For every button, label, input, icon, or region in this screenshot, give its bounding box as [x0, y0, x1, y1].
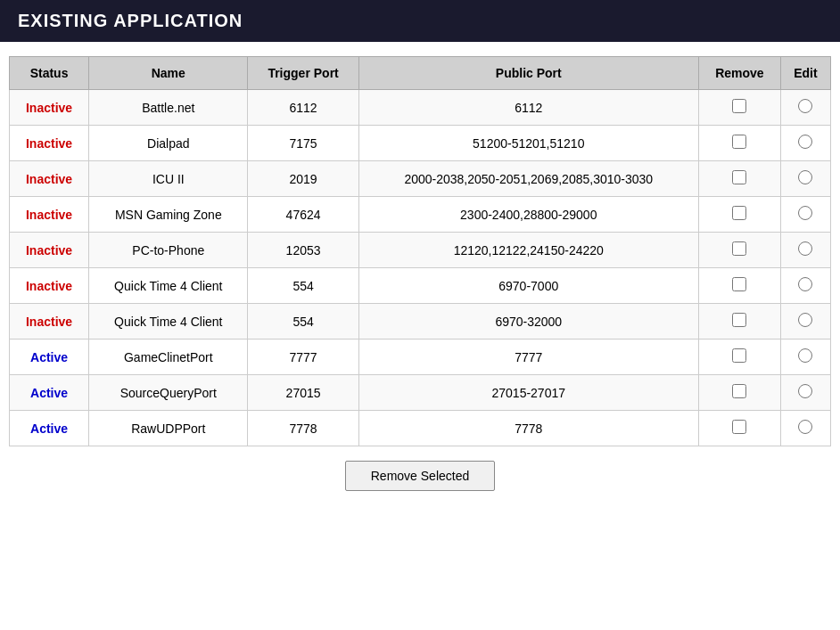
cell-name: Battle.net	[89, 90, 248, 126]
cell-public-port: 6970-32000	[358, 304, 698, 340]
cell-remove	[698, 268, 780, 304]
status-badge: Active	[30, 386, 68, 400]
cell-name: ICU II	[89, 161, 248, 197]
edit-radio[interactable]	[798, 313, 812, 327]
cell-remove	[698, 161, 780, 197]
cell-edit	[780, 268, 830, 304]
table-header-row: Status Name Trigger Port Public Port Rem…	[10, 57, 831, 90]
table-row: InactiveBattle.net61126112	[10, 90, 831, 126]
remove-checkbox[interactable]	[732, 170, 746, 184]
cell-status: Active	[10, 340, 89, 375]
col-header-edit: Edit	[780, 57, 830, 90]
cell-public-port: 51200-51201,51210	[358, 126, 698, 161]
edit-radio[interactable]	[798, 206, 812, 220]
status-badge: Inactive	[26, 243, 72, 258]
cell-trigger-port: 27015	[248, 375, 358, 411]
table-row: InactiveMSN Gaming Zone476242300-2400,28…	[10, 197, 831, 233]
cell-remove	[698, 340, 780, 375]
edit-radio[interactable]	[798, 420, 812, 434]
cell-remove	[698, 375, 780, 411]
edit-radio[interactable]	[798, 348, 812, 363]
cell-public-port: 2300-2400,28800-29000	[358, 197, 698, 233]
remove-selected-button[interactable]: Remove Selected	[345, 461, 496, 491]
cell-remove	[698, 304, 780, 340]
edit-radio[interactable]	[798, 170, 812, 184]
status-badge: Inactive	[26, 208, 72, 222]
cell-edit	[780, 197, 830, 233]
status-badge: Active	[30, 421, 68, 436]
cell-status: Inactive	[10, 304, 89, 340]
cell-trigger-port: 12053	[248, 233, 358, 268]
status-badge: Inactive	[26, 101, 72, 115]
applications-table: Status Name Trigger Port Public Port Rem…	[9, 56, 831, 446]
table-row: ActiveGameClinetPort77777777	[10, 340, 831, 375]
cell-trigger-port: 7175	[248, 126, 358, 161]
cell-public-port: 6970-7000	[358, 268, 698, 304]
remove-checkbox[interactable]	[732, 313, 746, 327]
remove-checkbox[interactable]	[732, 348, 746, 363]
cell-trigger-port: 2019	[248, 161, 358, 197]
cell-remove	[698, 411, 780, 446]
cell-public-port: 27015-27017	[358, 375, 698, 411]
remove-checkbox[interactable]	[732, 384, 746, 398]
cell-edit	[780, 304, 830, 340]
cell-name: Quick Time 4 Client	[89, 304, 248, 340]
edit-radio[interactable]	[798, 135, 812, 149]
cell-status: Active	[10, 411, 89, 446]
edit-radio[interactable]	[798, 384, 812, 398]
col-header-name: Name	[89, 57, 248, 90]
status-badge: Inactive	[26, 136, 72, 151]
cell-remove	[698, 233, 780, 268]
edit-radio[interactable]	[798, 241, 812, 256]
cell-remove	[698, 126, 780, 161]
remove-checkbox[interactable]	[732, 241, 746, 256]
col-header-remove: Remove	[698, 57, 780, 90]
cell-status: Inactive	[10, 90, 89, 126]
cell-trigger-port: 7778	[248, 411, 358, 446]
cell-name: Dialpad	[89, 126, 248, 161]
status-badge: Active	[30, 350, 68, 364]
cell-trigger-port: 47624	[248, 197, 358, 233]
cell-status: Inactive	[10, 126, 89, 161]
remove-checkbox[interactable]	[732, 420, 746, 434]
cell-trigger-port: 554	[248, 304, 358, 340]
table-row: InactiveDialpad717551200-51201,51210	[10, 126, 831, 161]
cell-edit	[780, 161, 830, 197]
cell-name: SourceQueryPort	[89, 375, 248, 411]
cell-edit	[780, 340, 830, 375]
cell-name: PC-to-Phone	[89, 233, 248, 268]
page-title: EXISTING APPLICATION	[18, 11, 243, 30]
cell-public-port: 7777	[358, 340, 698, 375]
status-badge: Inactive	[26, 279, 72, 293]
remove-checkbox[interactable]	[732, 135, 746, 149]
remove-checkbox[interactable]	[732, 277, 746, 291]
cell-name: RawUDPPort	[89, 411, 248, 446]
table-row: InactivePC-to-Phone1205312120,12122,2415…	[10, 233, 831, 268]
cell-status: Inactive	[10, 268, 89, 304]
page-header: EXISTING APPLICATION	[0, 0, 840, 42]
cell-status: Inactive	[10, 197, 89, 233]
cell-trigger-port: 7777	[248, 340, 358, 375]
col-header-trigger-port: Trigger Port	[248, 57, 358, 90]
remove-checkbox[interactable]	[732, 206, 746, 220]
col-header-status: Status	[10, 57, 89, 90]
cell-name: Quick Time 4 Client	[89, 268, 248, 304]
col-header-public-port: Public Port	[358, 57, 698, 90]
cell-name: GameClinetPort	[89, 340, 248, 375]
cell-status: Active	[10, 375, 89, 411]
cell-edit	[780, 375, 830, 411]
edit-radio[interactable]	[798, 277, 812, 291]
status-badge: Inactive	[26, 172, 72, 186]
cell-edit	[780, 411, 830, 446]
table-row: ActiveSourceQueryPort2701527015-27017	[10, 375, 831, 411]
table-row: InactiveQuick Time 4 Client5546970-7000	[10, 268, 831, 304]
cell-status: Inactive	[10, 161, 89, 197]
table-row: InactiveICU II20192000-2038,2050-2051,20…	[10, 161, 831, 197]
cell-edit	[780, 90, 830, 126]
cell-remove	[698, 90, 780, 126]
edit-radio[interactable]	[798, 99, 812, 113]
remove-checkbox[interactable]	[732, 99, 746, 113]
table-row: InactiveQuick Time 4 Client5546970-32000	[10, 304, 831, 340]
cell-public-port: 2000-2038,2050-2051,2069,2085,3010-3030	[358, 161, 698, 197]
table-row: ActiveRawUDPPort77787778	[10, 411, 831, 446]
